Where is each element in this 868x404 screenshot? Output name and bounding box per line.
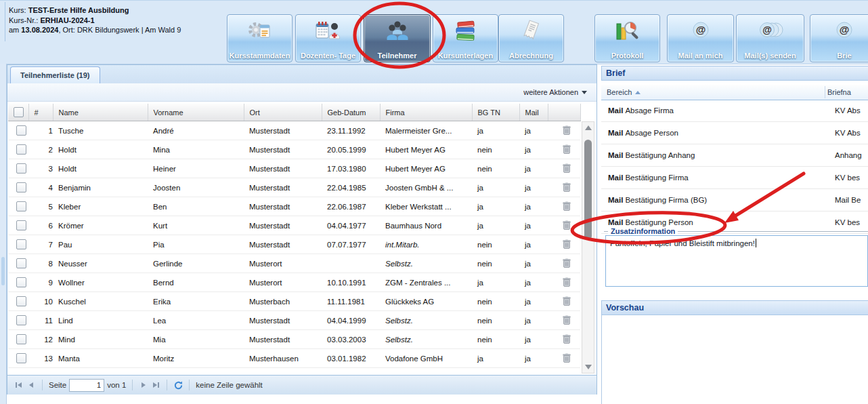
row-checkbox[interactable] [16, 201, 26, 211]
table-row[interactable]: 9 Wollner Bernd Musterort 10.10.1991 ZGM… [8, 273, 580, 292]
table-row[interactable]: 6 Krömer Kurt Musterstadt 04.04.1977 Bau… [8, 216, 580, 235]
brief-row[interactable]: MailBestätigung Firma (BG) Mail Be [601, 189, 868, 211]
brief-row[interactable]: MailBestätigung Anhang Anhang [601, 144, 868, 167]
select-all-checkbox[interactable] [14, 107, 24, 117]
toolbar-button-protokoll[interactable]: Protokoll [594, 14, 660, 62]
row-number: 6 [28, 216, 53, 235]
column-header-num[interactable]: # [28, 104, 53, 121]
previous-page-button[interactable] [26, 380, 36, 390]
row-checkbox[interactable] [16, 220, 26, 230]
table-row[interactable]: 8 Neusser Gerlinde Musterort Selbstz. ne… [8, 254, 580, 273]
page-number-input[interactable] [69, 379, 104, 392]
delete-row-button[interactable] [548, 273, 580, 292]
row-checkbox[interactable] [16, 258, 26, 268]
trash-icon [563, 353, 571, 363]
zusatzinformation-textarea[interactable]: Pantoffeln, Papier und Bleistift mitbrin… [605, 235, 868, 287]
row-name: Benjamin [53, 178, 148, 197]
delete-row-button[interactable] [548, 292, 580, 311]
row-vorname: Moritz [148, 349, 244, 368]
table-row[interactable]: 10 Kuschel Erika Musterbach 11.11.1981 G… [8, 292, 580, 311]
row-checkbox[interactable] [16, 296, 26, 306]
column-header-ort[interactable]: Ort [244, 104, 322, 121]
tab-teilnehmerliste[interactable]: Teilnehmerliste (19) [10, 66, 100, 84]
toolbar-button-mail-an-mich[interactable]: @ Mail an mich [667, 14, 734, 62]
delete-row-button[interactable] [548, 159, 580, 178]
pagination-bar: Seite von 1 keine Zeile gewählt [7, 375, 596, 395]
table-row[interactable]: 4 Benjamin Joosten Musterstadt 22.04.198… [8, 178, 580, 197]
brief-row-briefname: Mail Be [832, 189, 868, 211]
column-header-name[interactable]: Name [53, 104, 148, 121]
row-geb-datum: 03.03.2003 [322, 330, 380, 349]
table-row[interactable]: 12 Mind Mia Musterstadt 03.03.2003 Selbs… [8, 330, 580, 349]
first-page-button[interactable] [14, 380, 24, 390]
delete-row-button[interactable] [548, 216, 580, 235]
refresh-icon[interactable] [173, 380, 183, 390]
last-page-button[interactable] [151, 380, 160, 390]
toolbar-button-teilnehmer[interactable]: Teilnehmer [364, 14, 431, 62]
brief-row[interactable]: MailAbsage Person KV Abs [601, 122, 868, 144]
table-row[interactable]: 7 Pau Pia Musterstadt 07.07.1977 int.Mit… [8, 235, 580, 254]
left-splitter[interactable] [0, 64, 7, 404]
column-header-briefname[interactable]: Briefna [827, 85, 851, 100]
row-ort: Musterstadt [244, 235, 322, 254]
row-vorname: Pia [148, 235, 244, 254]
column-header-bg-tn[interactable]: BG TN [472, 104, 519, 121]
row-mail: ja [519, 292, 548, 311]
row-checkbox[interactable] [16, 144, 26, 155]
next-page-button[interactable] [139, 380, 148, 390]
app-window: Kurs: TEST-Erste Hilfe Ausbildung Kurs-N… [0, 0, 868, 404]
toolbar-button-briefe[interactable]: @ Brie [810, 14, 868, 62]
svg-text:@: @ [762, 24, 772, 35]
row-checkbox[interactable] [16, 315, 26, 325]
delete-row-button[interactable] [548, 311, 580, 330]
brief-row[interactable]: MailBestätigung Firma KV bes [601, 167, 868, 189]
table-scrollbar[interactable] [582, 121, 594, 373]
delete-row-button[interactable] [548, 235, 580, 254]
splitter-grip[interactable] [1, 257, 5, 285]
weitere-aktionen-button[interactable]: weitere Aktionen [523, 88, 578, 96]
vorschau-panel-title: Vorschau [601, 300, 868, 315]
row-number: 8 [28, 254, 53, 273]
row-name: Mind [53, 330, 148, 349]
delete-row-button[interactable] [548, 197, 580, 216]
row-checkbox[interactable] [16, 334, 26, 344]
row-checkbox[interactable] [16, 239, 26, 249]
row-checkbox[interactable] [16, 277, 26, 287]
toolbar-button-abrechnung[interactable]: Abrechnung [498, 14, 564, 62]
toolbar-button-dozenten-tage[interactable]: Dozenten- Tage [295, 14, 361, 62]
column-header-bereich[interactable]: Bereich [607, 85, 641, 100]
row-firma: ZGM - Zentrales ... [380, 273, 472, 292]
table-row[interactable]: 2 Holdt Mina Musterstadt 20.05.1999 Hube… [8, 140, 580, 159]
column-header-mail[interactable]: Mail [519, 104, 548, 121]
column-header-vorname[interactable]: Vorname [148, 104, 244, 121]
delete-row-button[interactable] [548, 178, 580, 197]
scroll-down-icon[interactable] [585, 365, 592, 369]
row-checkbox[interactable] [16, 182, 26, 193]
table-row[interactable]: 5 Kleber Ben Musterstadt 22.06.1987 Kleb… [8, 197, 580, 216]
toolbar-button-mails-senden[interactable]: @ Mail(s) senden [736, 14, 804, 62]
table-row[interactable]: 13 Manta Moritz Musterhausen 03.01.1982 … [8, 349, 580, 368]
row-checkbox[interactable] [16, 353, 26, 363]
toolbar-button-label: Protokoll [595, 52, 659, 60]
brief-row[interactable]: MailAbsage Firma KV Abs [601, 100, 868, 122]
delete-row-button[interactable] [548, 330, 580, 349]
column-header-geb-datum[interactable]: Geb-Datum [322, 104, 380, 121]
column-header-firma[interactable]: Firma [380, 104, 472, 121]
table-row[interactable]: 1 Tusche André Musterstadt 23.11.1992 Ma… [8, 121, 580, 140]
delete-row-button[interactable] [548, 349, 580, 368]
row-checkbox[interactable] [16, 125, 26, 136]
delete-row-button[interactable] [548, 121, 580, 140]
scrollbar-thumb[interactable] [584, 140, 592, 240]
toolbar-button-kursunterlagen[interactable]: Kursunterlagen [433, 14, 498, 62]
row-firma: Malermeister Gre... [380, 121, 472, 140]
scroll-up-icon[interactable] [585, 125, 592, 130]
delete-row-button[interactable] [548, 254, 580, 273]
table-row[interactable]: 3 Holdt Heiner Musterstadt 17.03.1980 Hu… [8, 159, 580, 178]
row-name: Manta [53, 349, 148, 368]
toolbar-button-kursstammdaten[interactable]: Kursstammdaten [227, 14, 292, 62]
row-bg-tn: nein [472, 235, 519, 254]
row-checkbox[interactable] [16, 163, 26, 174]
table-row[interactable]: 11 Lind Lea Musterstadt 04.04.1999 Selbs… [8, 311, 580, 330]
delete-row-button[interactable] [548, 140, 580, 159]
row-geb-datum [322, 254, 380, 273]
